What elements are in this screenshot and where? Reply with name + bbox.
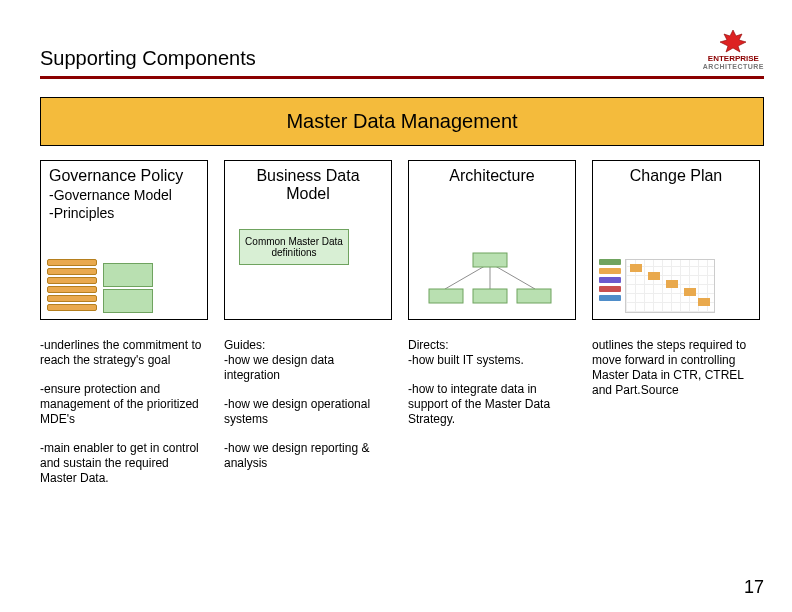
bullet-item: Guides: -how we design data integration bbox=[224, 338, 392, 383]
logo-text-sub: ARCHITECTURE bbox=[703, 63, 764, 70]
governance-policy-box: Governance Policy -Governance Model -Pri… bbox=[40, 160, 208, 320]
svg-rect-5 bbox=[473, 289, 507, 303]
maple-leaf-icon bbox=[716, 28, 750, 56]
bullet-item: outlines the steps required to move forw… bbox=[592, 338, 760, 398]
page-number: 17 bbox=[744, 577, 764, 598]
bullet-item: Directs: -how built IT systems. bbox=[408, 338, 576, 368]
business-data-model-title: Business Data Model bbox=[233, 167, 383, 203]
architecture-bullets: Directs: -how built IT systems. -how to … bbox=[408, 338, 576, 486]
common-master-data-definitions-box: Common Master Data definitions bbox=[239, 229, 349, 265]
architecture-box: Architecture bbox=[408, 160, 576, 320]
bullet-item: -main enabler to get in control and sust… bbox=[40, 441, 208, 486]
business-data-model-box: Business Data Model Common Master Data d… bbox=[224, 160, 392, 320]
bullet-item: -underlines the commitment to reach the … bbox=[40, 338, 208, 368]
governance-diagram-thumbnail bbox=[47, 259, 153, 313]
bdm-bullets: Guides: -how we design data integration … bbox=[224, 338, 392, 486]
governance-bullets: -underlines the commitment to reach the … bbox=[40, 338, 208, 486]
bullet-item: -how we design operational systems bbox=[224, 397, 392, 427]
bullet-item: -how we design reporting & analysis bbox=[224, 441, 392, 471]
architecture-diagram-thumbnail bbox=[425, 251, 555, 311]
change-plan-chart-thumbnail bbox=[599, 259, 715, 313]
enterprise-architecture-logo: ENTERPRISE ARCHITECTURE bbox=[703, 28, 764, 70]
change-plan-box: Change Plan bbox=[592, 160, 760, 320]
slide: Supporting Components ENTERPRISE ARCHITE… bbox=[0, 0, 792, 612]
bullet-row: -underlines the commitment to reach the … bbox=[40, 338, 764, 486]
logo-text-top: ENTERPRISE bbox=[708, 54, 759, 63]
svg-rect-6 bbox=[517, 289, 551, 303]
svg-rect-4 bbox=[429, 289, 463, 303]
change-plan-title: Change Plan bbox=[601, 167, 751, 185]
bullet-item: -ensure protection and management of the… bbox=[40, 382, 208, 427]
governance-sub1: -Governance Model bbox=[49, 187, 199, 203]
bullet-item: -how to integrate data in support of the… bbox=[408, 382, 576, 427]
governance-sub2: -Principles bbox=[49, 205, 199, 221]
svg-rect-3 bbox=[473, 253, 507, 267]
governance-policy-title: Governance Policy bbox=[49, 167, 199, 185]
slide-title: Supporting Components bbox=[40, 47, 256, 70]
architecture-title: Architecture bbox=[417, 167, 567, 185]
slide-header: Supporting Components ENTERPRISE ARCHITE… bbox=[40, 28, 764, 79]
column-row: Governance Policy -Governance Model -Pri… bbox=[40, 160, 764, 320]
section-banner: Master Data Management bbox=[40, 97, 764, 146]
change-plan-bullets: outlines the steps required to move forw… bbox=[592, 338, 760, 486]
